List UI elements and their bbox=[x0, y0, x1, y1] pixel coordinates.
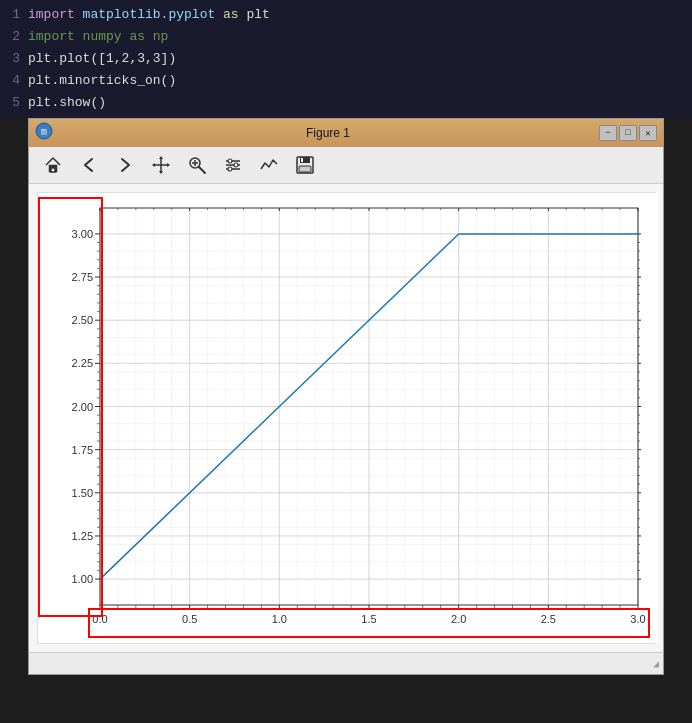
line-content-4: plt.minorticks_on() bbox=[28, 70, 692, 92]
save-button[interactable] bbox=[289, 151, 321, 179]
code-3: plt.plot([1,2,3,3]) bbox=[28, 51, 176, 66]
window-controls: − □ ✕ bbox=[599, 125, 657, 141]
keyword-as-1: as bbox=[215, 7, 246, 22]
zoom-button[interactable] bbox=[181, 151, 213, 179]
close-button[interactable]: ✕ bbox=[639, 125, 657, 141]
figure-toolbar bbox=[29, 147, 663, 184]
code-line-1: 1 import matplotlib.pyplot as plt bbox=[0, 4, 692, 26]
svg-rect-23 bbox=[299, 166, 311, 172]
line-number-5: 5 bbox=[0, 92, 28, 114]
alias-1: plt bbox=[246, 7, 269, 22]
svg-text:m: m bbox=[41, 127, 47, 138]
maximize-button[interactable]: □ bbox=[619, 125, 637, 141]
module-name-1: matplotlib.pyplot bbox=[83, 7, 216, 22]
line-number-2: 2 bbox=[0, 26, 28, 48]
line-content-5: plt.show() bbox=[28, 92, 692, 114]
line-content-2: import numpy as np bbox=[28, 26, 692, 48]
svg-marker-9 bbox=[167, 163, 170, 167]
configure-button[interactable] bbox=[217, 151, 249, 179]
figure-titlebar: m Figure 1 − □ ✕ bbox=[29, 119, 663, 147]
figure-statusbar: ◢ bbox=[29, 652, 663, 674]
svg-line-11 bbox=[199, 167, 205, 173]
svg-marker-7 bbox=[159, 171, 163, 174]
save-view-button[interactable] bbox=[253, 151, 285, 179]
code-line-3: 3 plt.plot([1,2,3,3]) bbox=[0, 48, 692, 70]
line-content-1: import matplotlib.pyplot as plt bbox=[28, 4, 692, 26]
figure-title: Figure 1 bbox=[57, 126, 599, 140]
svg-rect-3 bbox=[51, 168, 55, 172]
comment-2: import numpy as np bbox=[28, 29, 168, 44]
svg-point-18 bbox=[234, 163, 238, 167]
svg-point-17 bbox=[228, 159, 232, 163]
forward-button[interactable] bbox=[109, 151, 141, 179]
back-button[interactable] bbox=[73, 151, 105, 179]
line-number-4: 4 bbox=[0, 70, 28, 92]
svg-rect-22 bbox=[301, 158, 303, 162]
svg-marker-8 bbox=[152, 163, 155, 167]
code-editor: 1 import matplotlib.pyplot as plt 2 impo… bbox=[0, 0, 692, 118]
keyword-import-1: import bbox=[28, 7, 83, 22]
code-line-5: 5 plt.show() bbox=[0, 92, 692, 114]
pan-button[interactable] bbox=[145, 151, 177, 179]
line-number-1: 1 bbox=[0, 4, 28, 26]
line-number-3: 3 bbox=[0, 48, 28, 70]
plot-area bbox=[37, 192, 655, 644]
plot-canvas bbox=[38, 193, 658, 643]
code-line-4: 4 plt.minorticks_on() bbox=[0, 70, 692, 92]
plot-container bbox=[29, 184, 663, 652]
figure-window: m Figure 1 − □ ✕ bbox=[28, 118, 664, 675]
minimize-button[interactable]: − bbox=[599, 125, 617, 141]
code-5: plt.show() bbox=[28, 95, 106, 110]
svg-point-19 bbox=[228, 167, 232, 171]
code-line-2: 2 import numpy as np bbox=[0, 26, 692, 48]
statusbar-grip: ◢ bbox=[653, 658, 659, 670]
home-button[interactable] bbox=[37, 151, 69, 179]
line-content-3: plt.plot([1,2,3,3]) bbox=[28, 48, 692, 70]
svg-marker-6 bbox=[159, 156, 163, 159]
code-4: plt.minorticks_on() bbox=[28, 73, 176, 88]
figure-icon: m bbox=[35, 122, 53, 145]
